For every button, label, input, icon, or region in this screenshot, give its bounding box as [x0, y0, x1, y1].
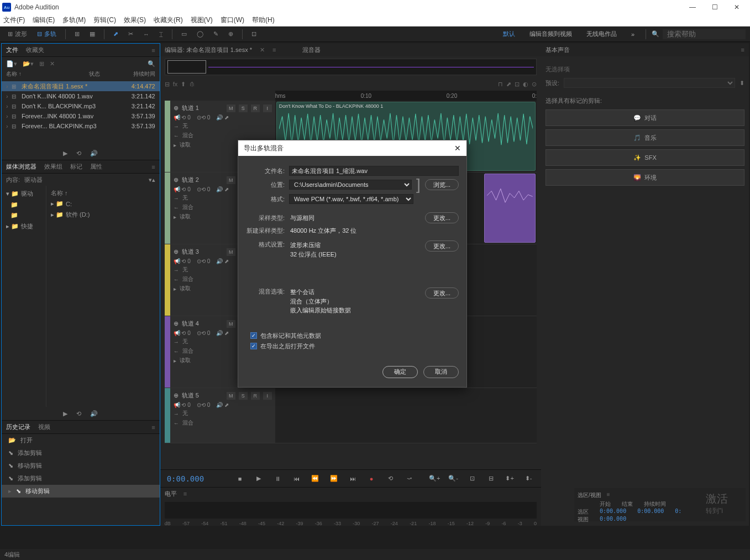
file-row[interactable]: ›⊟ Forever...INK 48000 1.wav 3:57.139 — [2, 111, 160, 121]
forward-button[interactable]: ⏩ — [328, 473, 340, 485]
tool-icon[interactable]: ⬈ — [506, 81, 511, 88]
razor-tool[interactable]: ✂ — [125, 29, 137, 39]
zoom-out-icon[interactable]: 🔍- — [447, 473, 459, 485]
panel-menu-icon[interactable]: ≡ — [183, 490, 187, 497]
new-file-icon[interactable]: 📄▾ — [6, 60, 17, 67]
change-mix-button[interactable]: 更改... — [425, 287, 459, 299]
list-item[interactable]: ▸ 📁 C: — [49, 198, 158, 209]
browse-button[interactable]: 浏览... — [425, 179, 459, 190]
tool-icon[interactable]: ⊞ — [71, 29, 83, 39]
lasso-tool[interactable]: ◯ — [193, 29, 207, 39]
tree-item[interactable]: 📁 — [4, 200, 44, 210]
tab-mixer[interactable]: 混音器 — [302, 46, 321, 54]
spot-heal-tool[interactable]: ⊕ — [225, 29, 237, 39]
slip-tool[interactable]: ↔ — [140, 30, 153, 39]
tool-icon[interactable]: ⊡ — [515, 81, 520, 88]
menu-edit[interactable]: 编辑(E) — [33, 15, 55, 25]
play-icon[interactable]: ▶ — [63, 150, 67, 157]
tab-video[interactable]: 视频 — [38, 423, 50, 431]
menu-view[interactable]: 视图(V) — [191, 15, 213, 25]
close-button[interactable]: ✕ — [726, 1, 748, 14]
stop-button[interactable]: ■ — [234, 473, 246, 485]
timeline-ruler[interactable]: hms 0:10 0:20 0: — [275, 91, 537, 101]
column-status[interactable]: 状态 — [89, 70, 122, 81]
history-item[interactable]: ⬊添加剪辑 — [2, 447, 160, 459]
preset-select[interactable] — [564, 78, 735, 88]
tab-effects-rack[interactable]: 效果组 — [44, 163, 62, 171]
zoom-in-icon[interactable]: 🔍+ — [428, 473, 440, 485]
fx-icon[interactable]: fx — [173, 81, 178, 87]
tree-item[interactable]: 📁 — [4, 210, 44, 221]
zoom-selection-icon[interactable]: ⊟ — [485, 473, 497, 485]
column-name[interactable]: 名称 ↑ — [6, 70, 89, 81]
file-row[interactable]: ›⊟ Forever... BLACKPINK.mp3 3:57.139 — [2, 121, 160, 131]
filter-icon[interactable]: ▾▴ — [149, 176, 155, 184]
loop-icon[interactable]: ⟲ — [76, 150, 81, 157]
record-button[interactable]: R — [251, 392, 260, 400]
menu-clip[interactable]: 剪辑(C) — [93, 15, 116, 25]
search-input[interactable] — [663, 29, 746, 39]
change-sample-button[interactable]: 更改... — [425, 212, 459, 223]
tab-menu-icon[interactable]: ≡ — [272, 46, 276, 53]
input-button[interactable]: I — [263, 392, 272, 400]
minimize-button[interactable]: — — [681, 1, 704, 14]
workspace-video[interactable]: 编辑音频到视频 — [524, 30, 578, 38]
format-select[interactable]: Wave PCM (*.wav, *.bwf, *.rf64, *.amb) — [289, 194, 413, 204]
play-button[interactable]: ▶ — [253, 473, 265, 485]
tool-icon[interactable]: ⊙ — [532, 81, 537, 88]
tab-history[interactable]: 历史记录 — [6, 423, 30, 431]
tab-markers[interactable]: 标记 — [70, 163, 82, 171]
tool-icon[interactable]: ⊡ — [248, 29, 260, 39]
file-row[interactable]: ›⊟ Don't K...INK 48000 1.wav 3:21.142 — [2, 91, 160, 101]
loop-icon[interactable]: ⟲ — [76, 410, 81, 417]
cancel-button[interactable]: 取消 — [423, 366, 459, 378]
tool-icon[interactable]: ◐ — [523, 81, 528, 88]
history-item[interactable]: ⬊添加剪辑 — [2, 472, 160, 485]
ambience-button[interactable]: 🌄 环境 — [546, 169, 744, 186]
history-item[interactable]: ▸⬊移动剪辑 — [2, 485, 160, 498]
pause-button[interactable]: ⏸ — [271, 473, 284, 485]
location-select[interactable]: C:\Users\admin\Documents — [289, 180, 412, 190]
workspace-more[interactable]: » — [626, 31, 640, 38]
tab-essential-sound[interactable]: 基本声音 — [546, 46, 570, 54]
record-button[interactable]: R — [251, 104, 260, 112]
record-button[interactable]: ● — [365, 473, 377, 485]
play-icon[interactable]: ▶ — [63, 410, 67, 417]
waveform-view-button[interactable]: ⊞ 波形 — [4, 29, 30, 39]
list-item[interactable]: ▸ 📁 软件 (D:) — [49, 209, 158, 221]
move-tool[interactable]: ⬈ — [110, 29, 122, 39]
zoom-in-vert-icon[interactable]: ⬍+ — [504, 473, 516, 485]
skip-forward-button[interactable]: ⏭ — [347, 473, 359, 485]
tab-selection-view[interactable]: 选区/视图 — [578, 491, 601, 499]
sfx-button[interactable]: ✨ SFX — [546, 149, 744, 166]
multitrack-view-button[interactable]: ⊟ 多轨 — [34, 29, 60, 39]
panel-menu-icon[interactable]: ≡ — [151, 47, 155, 54]
include-markers-checkbox[interactable]: ✓ — [250, 332, 257, 339]
solo-button[interactable]: S — [239, 392, 248, 400]
panel-menu-icon[interactable]: ≡ — [151, 164, 155, 170]
mute-button[interactable]: M — [227, 320, 235, 328]
panel-menu-icon[interactable]: ≡ — [151, 424, 155, 431]
track-header[interactable]: ⊕ 轨道 5 M S R I 📢 ⟲ 0 ⊙⟲ 0 🔊 ⬈ → 无 ← 混合 — [170, 388, 275, 443]
snap-icon[interactable]: ⊓ — [498, 81, 503, 88]
mute-button[interactable]: M — [227, 248, 235, 256]
solo-button[interactable]: S — [239, 104, 248, 112]
music-button[interactable]: 🎵 音乐 — [546, 129, 744, 146]
rewind-button[interactable]: ⏪ — [309, 473, 321, 485]
maximize-button[interactable]: ☐ — [704, 1, 726, 14]
menu-multitrack[interactable]: 多轨(M) — [62, 15, 86, 25]
timeline-overview[interactable] — [165, 59, 537, 75]
ok-button[interactable]: 确定 — [382, 366, 418, 378]
sends-icon[interactable]: ⬆ — [181, 81, 186, 88]
zoom-out-vert-icon[interactable]: ⬍- — [522, 473, 534, 485]
column-duration[interactable]: 持续时间 — [122, 70, 155, 81]
tab-files[interactable]: 文件 — [6, 46, 18, 54]
panel-menu-icon[interactable]: ≡ — [607, 491, 610, 499]
list-header[interactable]: 名称 ↑ — [49, 188, 158, 198]
input-button[interactable]: I — [263, 104, 272, 112]
tab-media-browser[interactable]: 媒体浏览器 — [6, 163, 36, 171]
loop-button[interactable]: ⟲ — [384, 473, 396, 485]
mute-button[interactable]: M — [227, 104, 235, 112]
preset-menu-icon[interactable]: ⬍ — [739, 80, 744, 87]
dialog-button[interactable]: 💬 对话 — [546, 109, 744, 126]
